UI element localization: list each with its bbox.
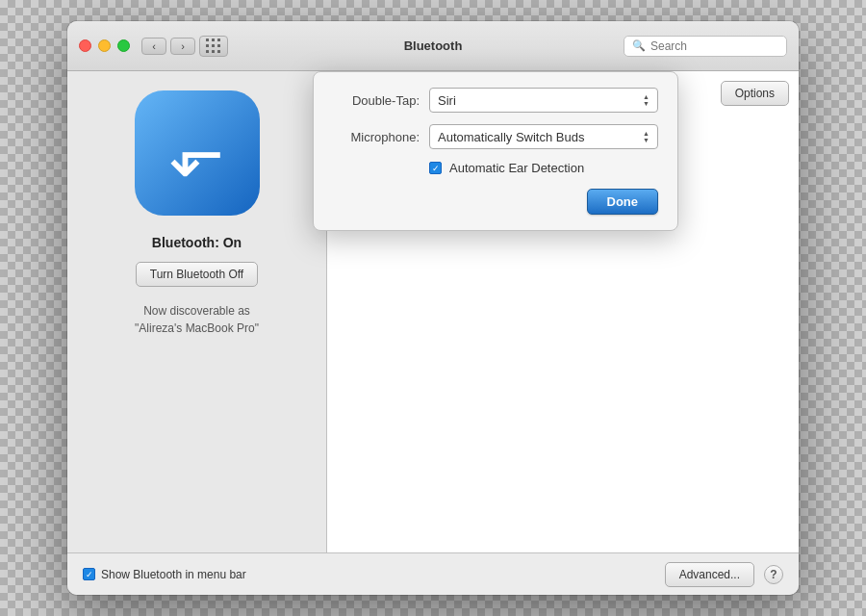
- advanced-button[interactable]: Advanced...: [665, 562, 754, 587]
- show-menu-bar: ✓ Show Bluetooth in menu bar: [83, 568, 655, 581]
- main-window: ‹ › Bluetooth 🔍 ⬐ Bluetooth: On Turn Blu…: [67, 21, 799, 595]
- grid-icon: [206, 38, 221, 54]
- discoverable-text: Now discoverable as "Alireza's MacBook P…: [135, 302, 259, 337]
- titlebar: ‹ › Bluetooth 🔍: [67, 21, 799, 71]
- popup-overlay: Double-Tap: Siri ▲ ▼ Microphone: Automat…: [313, 71, 678, 231]
- search-icon: 🔍: [632, 39, 646, 52]
- grid-button[interactable]: [199, 36, 228, 57]
- done-button[interactable]: Done: [587, 189, 659, 215]
- microphone-row: Microphone: Automatically Switch Buds ▲ …: [333, 124, 658, 149]
- back-button[interactable]: ‹: [141, 38, 166, 55]
- microphone-select[interactable]: Automatically Switch Buds ▲ ▼: [429, 124, 658, 149]
- search-input[interactable]: [650, 39, 778, 53]
- forward-button[interactable]: ›: [170, 38, 195, 55]
- search-bar[interactable]: 🔍: [624, 36, 787, 57]
- double-tap-select[interactable]: Siri ▲ ▼: [429, 88, 658, 113]
- auto-ear-label: Automatic Ear Detection: [449, 161, 584, 175]
- bluetooth-status: Bluetooth: On: [152, 235, 242, 250]
- discoverable-line1: Now discoverable as: [135, 302, 259, 320]
- maximize-button[interactable]: [117, 39, 130, 52]
- turn-bluetooth-off-button[interactable]: Turn Bluetooth Off: [136, 262, 258, 287]
- show-menu-bar-label: Show Bluetooth in menu bar: [101, 568, 246, 581]
- microphone-value: Automatically Switch Buds: [438, 130, 584, 144]
- options-button[interactable]: Options: [721, 81, 789, 106]
- window-title: Bluetooth: [404, 38, 463, 53]
- close-button[interactable]: [79, 39, 91, 52]
- auto-ear-row: ✓ Automatic Ear Detection: [429, 161, 658, 175]
- minimize-button[interactable]: [98, 39, 111, 52]
- discoverable-line2: "Alireza's MacBook Pro": [135, 320, 259, 337]
- bottom-bar: ✓ Show Bluetooth in menu bar Advanced...…: [67, 552, 799, 595]
- left-panel: ⬐ Bluetooth: On Turn Bluetooth Off Now d…: [67, 71, 327, 552]
- show-menu-bar-checkbox[interactable]: ✓: [83, 568, 95, 580]
- nav-buttons: ‹ ›: [141, 38, 195, 55]
- auto-ear-checkbox[interactable]: ✓: [429, 162, 442, 174]
- double-tap-value: Siri: [438, 93, 456, 108]
- double-tap-label: Double-Tap:: [333, 93, 420, 108]
- bluetooth-icon: ⬐: [168, 119, 225, 187]
- microphone-arrows: ▲ ▼: [643, 130, 650, 143]
- bluetooth-icon-container: ⬐: [135, 90, 260, 216]
- microphone-label: Microphone:: [333, 130, 420, 144]
- double-tap-arrows: ▲ ▼: [643, 93, 650, 107]
- help-button[interactable]: ?: [764, 565, 783, 584]
- done-row: Done: [333, 189, 658, 215]
- double-tap-row: Double-Tap: Siri ▲ ▼: [333, 88, 658, 113]
- traffic-lights: [79, 39, 130, 52]
